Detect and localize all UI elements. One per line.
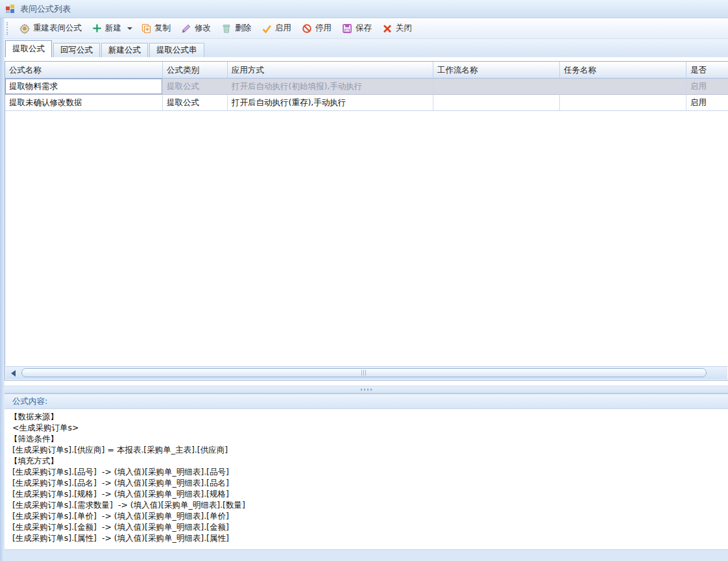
formula-content-panel: 公式内容: 【数据来源】 <生成采购订单s>【筛选条件】 [生成采购订单s].[… xyxy=(5,393,728,561)
grid-header-row: 公式名称公式类别应用方式工作流名称任务名称是否 xyxy=(5,62,728,79)
table-cell xyxy=(433,95,560,111)
table-cell: 提取公式 xyxy=(163,95,228,111)
formula-line: 【填充方式】 xyxy=(10,455,725,466)
grid-empty-area xyxy=(5,111,728,366)
new-dropdown-arrow[interactable] xyxy=(127,27,132,30)
table-cell xyxy=(433,79,560,95)
delete-button[interactable]: 删除 xyxy=(217,21,256,36)
titlebar: 表间公式列表 xyxy=(0,0,728,18)
tab-extract-formula-chain[interactable]: 提取公式串 xyxy=(149,43,204,57)
formula-content-header: 公式内容: xyxy=(5,394,728,409)
table-cell: 打开后自动执行(重存),手动执行 xyxy=(228,95,433,111)
formula-line: [生成采购订单s].[规格] -> (填入值)[采购单_明细表].[规格] xyxy=(10,488,725,499)
formula-line: 【数据来源】 xyxy=(10,411,725,422)
ban-icon xyxy=(302,23,312,34)
tabstrip: 提取公式 回写公式 新建公式 提取公式串 xyxy=(5,39,728,57)
rebuild-formula-button[interactable]: 重建表间公式 xyxy=(15,21,86,36)
pencil-icon xyxy=(181,23,191,34)
panel-gap xyxy=(0,380,728,386)
table-cell: 提取物料需求 xyxy=(5,79,163,95)
enable-button[interactable]: 启用 xyxy=(257,21,296,36)
horizontal-scrollbar[interactable] xyxy=(6,366,727,379)
scroll-left-button[interactable] xyxy=(8,369,18,377)
table-cell: 打开后自动执行(初始填报),手动执行 xyxy=(228,79,433,95)
scrollbar-grip xyxy=(361,370,367,376)
close-button[interactable]: 关闭 xyxy=(378,21,417,36)
formula-line: [生成采购订单s].[属性] -> (填入值)[采购单_明细表].[属性] xyxy=(10,532,725,543)
close-icon xyxy=(382,23,393,34)
table-cell: 启用 xyxy=(686,79,728,95)
table-cell xyxy=(560,95,686,111)
formula-line: [生成采购订单s].[品名] -> (填入值)[采购单_明细表].[品名] xyxy=(10,477,725,488)
column-header-2[interactable]: 公式类别 xyxy=(163,62,228,79)
tab-writeback-formula[interactable]: 回写公式 xyxy=(53,43,100,57)
table-row[interactable]: 提取未确认修改数据提取公式打开后自动执行(重存),手动执行启用 xyxy=(5,95,728,111)
formula-line: 【筛选条件】 xyxy=(10,433,725,444)
grid-rows: 提取物料需求提取公式打开后自动执行(初始填报),手动执行启用提取未确认修改数据提… xyxy=(5,79,728,111)
table-cell xyxy=(560,79,686,95)
column-header-1[interactable]: 公式名称 xyxy=(5,62,163,79)
splitter-dots-icon xyxy=(361,389,372,391)
modify-button[interactable]: 修改 xyxy=(176,21,215,36)
copy-icon xyxy=(141,23,151,34)
trash-icon xyxy=(221,23,232,34)
formula-line: [生成采购订单s].[单价] -> (填入值)[采购单_明细表].[单价] xyxy=(10,510,725,521)
toolbar: 重建表间公式 新建 复制 xyxy=(0,18,728,39)
window-left-border xyxy=(0,18,5,561)
toolbar-grip[interactable] xyxy=(6,22,8,35)
check-icon xyxy=(261,23,272,34)
splitter-handle[interactable] xyxy=(5,386,728,393)
formula-line: [生成采购订单s].[供应商] = 本报表.[采购单_主表].[供应商] xyxy=(10,444,725,455)
table-cell: 提取未确认修改数据 xyxy=(5,95,163,111)
formula-line: [生成采购订单s].[需求数量] -> (填入值)[采购单_明细表].[数量] xyxy=(10,499,725,510)
tab-new-formula[interactable]: 新建公式 xyxy=(101,43,148,57)
tab-extract-formula[interactable]: 提取公式 xyxy=(5,40,52,57)
disable-button[interactable]: 停用 xyxy=(297,21,336,36)
window-title: 表间公式列表 xyxy=(20,3,71,15)
column-header-5[interactable]: 任务名称 xyxy=(560,62,686,79)
window-icon xyxy=(5,4,16,14)
scrollbar-thumb[interactable] xyxy=(21,368,707,377)
table-cell: 启用 xyxy=(686,95,728,111)
formula-line: <生成采购订单s> xyxy=(10,422,725,433)
formula-line: [生成采购订单s].[金额] -> (填入值)[采购单_明细表].[金额] xyxy=(10,521,725,532)
copy-button[interactable]: 复制 xyxy=(136,21,175,36)
gear-icon xyxy=(19,23,30,34)
formula-content-text[interactable]: 【数据来源】 <生成采购订单s>【筛选条件】 [生成采购订单s].[供应商] =… xyxy=(5,409,728,550)
formula-list-window: 表间公式列表 重建表间公式 新建 xyxy=(0,0,728,561)
formula-grid: 公式名称公式类别应用方式工作流名称任务名称是否 提取物料需求提取公式打开后自动执… xyxy=(5,61,728,380)
save-icon xyxy=(342,23,352,34)
formula-line: [生成采购订单s].[品号] -> (填入值)[采购单_明细表].[品号] xyxy=(10,466,725,477)
plus-icon xyxy=(92,23,102,33)
table-row[interactable]: 提取物料需求提取公式打开后自动执行(初始填报),手动执行启用 xyxy=(5,79,728,95)
column-header-3[interactable]: 应用方式 xyxy=(228,62,433,79)
save-button[interactable]: 保存 xyxy=(337,21,376,36)
column-header-4[interactable]: 工作流名称 xyxy=(433,62,560,79)
table-cell: 提取公式 xyxy=(163,79,228,95)
column-header-6[interactable]: 是否 xyxy=(686,62,728,79)
new-button[interactable]: 新建 xyxy=(88,21,126,36)
